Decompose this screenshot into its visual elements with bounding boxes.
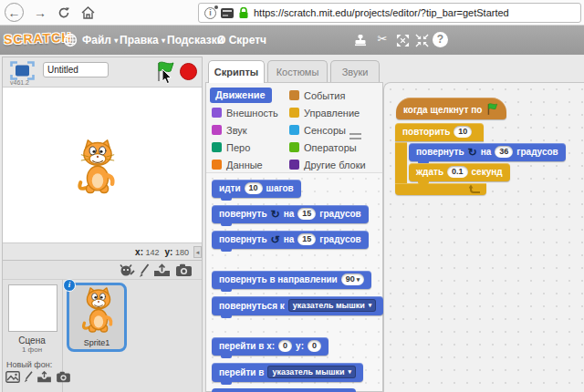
turn-ccw-icon: ↺ [271, 235, 280, 244]
tab-sounds[interactable]: Звуки [330, 60, 380, 83]
repeat-block-bottom[interactable] [395, 183, 486, 195]
collapse-stage-icon[interactable]: ◄ [193, 246, 202, 258]
browser-toolbar: ← → i https://scratch.mit.edu/projects/e… [0, 0, 584, 26]
degrees-input[interactable]: 15 [297, 208, 316, 220]
chevron-down-icon: ▾ [357, 273, 360, 285]
stage-label: Сцена [3, 335, 61, 346]
block-point-in-direction[interactable]: повернуть в направлении90▾ [212, 271, 371, 289]
back-icon[interactable]: ← [5, 3, 24, 22]
category-events[interactable]: События [289, 88, 345, 102]
green-flag-icon [485, 103, 499, 116]
stop-icon[interactable] [180, 63, 197, 80]
scripts-area[interactable]: когда щелкнут по повторить10 повернуть↻н… [383, 82, 584, 392]
url-text[interactable]: https://scratch.mit.edu/projects/editor/… [254, 7, 509, 18]
sprites-panel: Сцена 1 фон Новый фон: i [3, 260, 202, 392]
sprites-panel-header [3, 261, 202, 280]
block-repeat[interactable]: повторить10 [395, 123, 484, 141]
reload-icon[interactable] [55, 4, 73, 22]
block-partial-clipped[interactable] [212, 388, 356, 392]
point-towards-dropdown[interactable]: указатель мышки▾ [288, 299, 377, 312]
address-bar[interactable]: i https://scratch.mit.edu/projects/edito… [198, 3, 581, 23]
block-turn-ccw[interactable]: повернуть↺на15градусов [212, 231, 369, 249]
category-pen[interactable]: Перо [212, 140, 250, 154]
stage-panel: v461.2 [2, 57, 203, 392]
paint-new-sprite-icon[interactable] [120, 263, 136, 278]
language-globe-icon[interactable] [62, 32, 78, 48]
turn-cw-icon: ↻ [468, 148, 477, 157]
new-backdrop-label: Новый фон: [6, 360, 52, 369]
operators-swatch [289, 142, 299, 152]
sprite-thumbnail-sprite1[interactable]: i [67, 283, 127, 352]
stage-selector-column: Сцена 1 фон Новый фон: [3, 280, 63, 392]
category-sensing[interactable]: Сенсоры [289, 123, 346, 137]
pen-swatch [212, 142, 222, 152]
block-turn-cw-36[interactable]: повернуть↻на36градусов [409, 143, 566, 161]
camera-backdrop-icon[interactable] [56, 371, 71, 383]
category-sound[interactable]: Звук [212, 123, 247, 137]
project-name-input[interactable] [43, 62, 109, 77]
stage-thumbnail[interactable] [8, 284, 57, 332]
home-icon[interactable] [78, 4, 97, 22]
hat-when-flag-clicked[interactable]: когда щелкнут по [396, 98, 506, 119]
palette-resize-grip[interactable] [349, 133, 361, 139]
scratch-menu-bar: SCRATCH Файл ▾ Правка ▾ Подсказки О Скре… [0, 26, 584, 55]
sprite-info-icon[interactable]: i [63, 279, 76, 292]
menu-edit[interactable]: Правка ▾ [120, 34, 165, 46]
tab-costumes[interactable]: Костюмы [267, 60, 328, 83]
menu-file[interactable]: Файл ▾ [82, 34, 118, 46]
menu-about[interactable]: О Скретч [217, 34, 266, 46]
block-turn-cw[interactable]: повернуть↻на15градусов [212, 205, 369, 223]
block-goto-xy[interactable]: перейти в x:0y:0 [212, 337, 328, 356]
mouse-coordinates: x: 142 y: 180 ◄ [3, 244, 202, 260]
category-looks[interactable]: Внешность [212, 106, 278, 119]
degrees-input[interactable]: 15 [297, 233, 316, 245]
stage-canvas[interactable] [3, 87, 202, 243]
grow-sprite-icon[interactable] [394, 32, 411, 48]
looks-swatch [212, 108, 222, 118]
lock-icon [238, 7, 249, 19]
backdrop-library-icon[interactable] [5, 371, 20, 383]
direction-input[interactable]: 90▾ [341, 273, 365, 285]
version-label: v461.2 [10, 79, 29, 86]
category-motion[interactable]: Движение [210, 88, 272, 103]
loop-arrow-icon [469, 184, 482, 194]
events-swatch [289, 90, 299, 100]
category-more-blocks[interactable]: Другие блоки [289, 158, 366, 171]
fullscreen-icon[interactable] [10, 61, 35, 80]
coord-y-label: y: [165, 247, 173, 257]
upload-backdrop-icon[interactable] [36, 371, 52, 383]
paint-backdrop-brush-icon[interactable] [24, 371, 33, 383]
help-icon[interactable]: ? [433, 32, 448, 47]
turn-cw-icon: ↻ [271, 210, 280, 219]
degrees-input[interactable]: 36 [495, 146, 513, 158]
category-control[interactable]: Управление [289, 106, 360, 119]
block-palette: Движение Внешность Звук Перо Данные Собы… [205, 82, 383, 392]
y-input[interactable]: 0 [308, 340, 321, 352]
block-point-towards[interactable]: повернуться куказатель мышки▾ [212, 296, 383, 315]
wait-seconds-input[interactable]: 0.1 [447, 166, 468, 178]
site-info-icon[interactable]: i [204, 7, 216, 19]
control-swatch [289, 108, 299, 118]
block-goto[interactable]: перейти вуказатель мышки▾ [212, 363, 363, 382]
repeat-block-arm[interactable] [395, 142, 407, 183]
shrink-sprite-icon[interactable] [413, 32, 430, 48]
tab-scripts[interactable]: Скрипты [208, 60, 265, 83]
stage-cat-sprite[interactable] [76, 139, 120, 197]
upload-sprite-icon[interactable] [153, 263, 170, 278]
repeat-count-input[interactable]: 10 [454, 126, 472, 138]
delete-scissors-icon[interactable]: ✂ [374, 32, 391, 48]
category-data[interactable]: Данные [212, 158, 263, 171]
goto-dropdown[interactable]: указатель мышки▾ [267, 366, 356, 378]
coord-y-value: 180 [175, 248, 189, 257]
x-input[interactable]: 0 [278, 340, 292, 352]
block-move-steps[interactable]: идти10шагов [212, 180, 301, 198]
forward-icon[interactable]: → [31, 4, 49, 22]
camera-icon[interactable] [175, 263, 192, 278]
block-wait-seconds[interactable]: ждать0.1секунд [409, 163, 510, 181]
menu-tips[interactable]: Подсказки [167, 34, 224, 46]
category-operators[interactable]: Операторы [289, 140, 357, 154]
extension-icon[interactable] [221, 8, 234, 18]
duplicate-stamp-icon[interactable] [352, 32, 369, 48]
steps-input[interactable]: 10 [245, 182, 263, 194]
backdrop-count-label: 1 фон [3, 346, 61, 354]
